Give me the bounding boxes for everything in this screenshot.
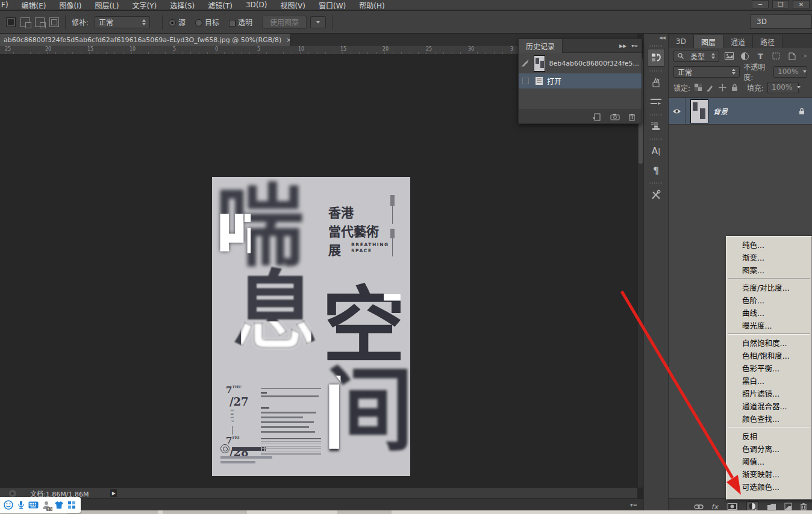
menu-select[interactable]: 选择(S) [163, 0, 201, 10]
menu-item-threshold[interactable]: 阈值... [726, 455, 811, 468]
close-button[interactable]: ✕ [793, 0, 810, 8]
menu-item-vibrance[interactable]: 自然饱和度... [726, 336, 811, 349]
workspace-switcher[interactable]: 3D [750, 14, 812, 29]
ime-toolbox-icon[interactable] [66, 500, 77, 510]
brush-presets-panel-icon[interactable] [647, 93, 665, 111]
delete-layer-trash-icon[interactable] [800, 503, 807, 510]
filter-type-layers-icon[interactable]: T [754, 51, 766, 61]
layer-visibility-toggle[interactable] [669, 98, 686, 125]
poster-schedule-row4 [261, 426, 309, 428]
patch-mode-select[interactable]: 正常 [95, 16, 150, 28]
history-tab[interactable]: 历史记录 [519, 39, 563, 53]
menu-item-posterize[interactable]: 色调分离... [726, 442, 811, 455]
menu-file-partial[interactable]: F) [0, 1, 15, 9]
fill-select[interactable]: 100% [767, 82, 799, 93]
filter-type-select[interactable]: 类型 [673, 51, 719, 62]
menu-item-curves[interactable]: 曲线... [726, 306, 811, 319]
source-radio[interactable]: 源 [169, 17, 186, 27]
menu-type[interactable]: 文字(Y) [126, 0, 164, 10]
use-pattern-button[interactable]: 使用图案 [262, 16, 307, 29]
delete-state-trash-icon[interactable] [628, 113, 636, 121]
layer-thumbnail[interactable] [690, 99, 708, 123]
lock-paint-icon[interactable] [706, 83, 714, 91]
document-tab[interactable]: ab60c86800f324fe5d5ab6cfd62af619616a5069… [0, 34, 290, 46]
add-selection-icon[interactable] [20, 17, 30, 27]
tab-3d[interactable]: 3D [669, 35, 694, 48]
add-layer-mask-icon[interactable] [726, 502, 739, 511]
tool-presets-panel-icon[interactable] [647, 186, 665, 204]
menu-item-invert[interactable]: 反相 [726, 430, 811, 442]
lock-move-icon[interactable] [718, 83, 726, 91]
bottom-panel-menu-icon[interactable]: ▾≡ [630, 502, 637, 508]
intersect-selection-icon[interactable] [49, 17, 59, 27]
character-panel-icon[interactable]: A| [647, 142, 665, 160]
blend-mode-select[interactable]: 正常 [673, 66, 740, 78]
collapse-panels-icon[interactable]: ◀◀ [644, 34, 668, 42]
menu-filter[interactable]: 滤镜(T) [201, 0, 239, 10]
panel-collapse-icon[interactable]: ▶▶ [619, 43, 626, 49]
tab-close-icon[interactable]: × [286, 37, 290, 43]
destination-radio[interactable]: 目标 [195, 17, 219, 27]
ime-keyboard-icon[interactable] [28, 500, 39, 510]
history-source-checkbox[interactable] [522, 78, 529, 84]
new-snapshot-camera-icon[interactable] [610, 113, 620, 120]
background-layer-row[interactable]: 背景 [669, 98, 812, 125]
new-selection-icon[interactable] [6, 17, 16, 27]
menu-item-selective-color[interactable]: 可选颜色... [726, 480, 811, 493]
ime-mic-icon[interactable] [16, 500, 26, 510]
transparent-checkbox[interactable]: 透明 [229, 17, 252, 27]
menu-help[interactable]: 帮助(H) [352, 0, 391, 10]
link-layers-icon[interactable] [694, 504, 704, 509]
filter-pixel-layers-icon[interactable] [723, 51, 735, 61]
menu-item-color-lookup[interactable]: 颜色查找... [726, 412, 811, 425]
history-snapshot-row[interactable]: 8eb4ab60c86800f324fe5... [519, 53, 642, 73]
filter-smart-objects-icon[interactable] [786, 51, 798, 61]
menu-view[interactable]: 视图(V) [273, 0, 312, 10]
menu-item-brightness-contrast[interactable]: 亮度/对比度... [726, 281, 811, 294]
tab-layers[interactable]: 图层 [694, 35, 723, 48]
menu-item-photo-filter[interactable]: 照片滤镜... [726, 387, 811, 400]
menu-item-color-balance[interactable]: 色彩平衡... [726, 362, 811, 374]
menu-layer[interactable]: 图层(L) [88, 0, 125, 10]
menu-image[interactable]: 图像(I) [53, 0, 89, 10]
new-document-from-state-icon[interactable] [592, 113, 602, 121]
paragraph-panel-icon[interactable]: ¶ [647, 161, 665, 179]
opacity-select[interactable]: 100% [773, 66, 807, 78]
ime-status-icon[interactable] [3, 500, 13, 510]
brush-panel-icon[interactable] [647, 73, 665, 91]
new-layer-icon[interactable] [784, 503, 792, 510]
tab-paths[interactable]: 路径 [753, 35, 782, 48]
menu-item-hue-saturation[interactable]: 色相/饱和度... [726, 349, 811, 362]
filter-toggle-icon[interactable] [802, 51, 807, 61]
subtract-selection-icon[interactable] [35, 17, 45, 27]
menu-window[interactable]: 窗口(W) [312, 0, 352, 10]
history-menu-icon[interactable]: ▾≡ [631, 43, 638, 49]
menu-item-solid-color[interactable]: 纯色... [726, 238, 811, 251]
menu-edit[interactable]: 编辑(E) [15, 0, 53, 10]
restore-button[interactable]: ❐ [772, 0, 789, 8]
menu-item-black-white[interactable]: 黑白... [726, 374, 811, 387]
clone-source-panel-icon[interactable] [647, 117, 665, 135]
menu-item-levels[interactable]: 色阶... [726, 294, 811, 306]
filter-adjustment-layers-icon[interactable] [739, 51, 751, 61]
new-group-folder-icon[interactable] [767, 503, 776, 510]
lock-all-icon[interactable] [730, 83, 739, 91]
filter-shape-layers-icon[interactable] [770, 51, 782, 61]
layer-name[interactable]: 背景 [713, 106, 728, 116]
tab-channels[interactable]: 通道 [723, 35, 753, 48]
pattern-picker[interactable] [310, 16, 326, 28]
menu-item-gradient[interactable]: 渐变... [726, 251, 811, 264]
menu-item-pattern[interactable]: 图案... [726, 264, 811, 276]
history-panel-icon[interactable] [647, 49, 665, 67]
menu-item-gradient-map[interactable]: 渐变映射... [726, 468, 811, 480]
ime-account-icon[interactable]: 13 [41, 500, 51, 510]
history-state-open[interactable]: 打开 [519, 73, 642, 88]
menu-item-channel-mixer[interactable]: 通道混合器... [726, 400, 811, 412]
layer-style-fx-icon[interactable]: fx [711, 503, 718, 511]
status-options-arrow[interactable]: ▶ [110, 489, 117, 497]
minimize-button[interactable]: ─ [752, 0, 769, 8]
ime-skin-icon[interactable] [54, 500, 64, 510]
menu-3d[interactable]: 3D(D) [239, 1, 273, 9]
lock-transparent-icon[interactable] [694, 83, 702, 91]
menu-item-exposure[interactable]: 曝光度... [726, 319, 811, 332]
